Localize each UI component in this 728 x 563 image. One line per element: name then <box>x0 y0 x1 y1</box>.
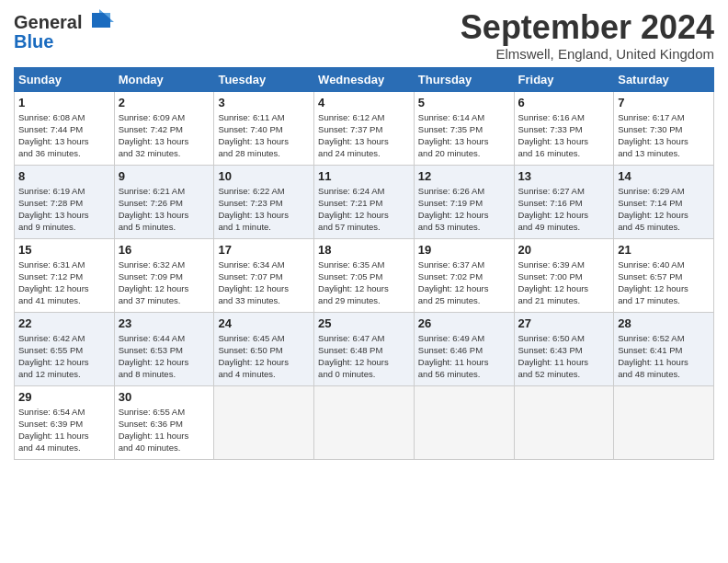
calendar-cell: 23Sunrise: 6:44 AM Sunset: 6:53 PM Dayli… <box>114 312 214 385</box>
day-info: Sunrise: 6:14 AM Sunset: 7:35 PM Dayligh… <box>418 111 510 160</box>
calendar-cell: 20Sunrise: 6:39 AM Sunset: 7:00 PM Dayli… <box>514 238 614 312</box>
day-number: 1 <box>18 96 110 109</box>
calendar-cell: 27Sunrise: 6:50 AM Sunset: 6:43 PM Dayli… <box>514 312 614 385</box>
day-info: Sunrise: 6:34 AM Sunset: 7:07 PM Dayligh… <box>218 259 310 307</box>
location: Elmswell, England, United Kingdom <box>461 46 714 62</box>
calendar-row-3: 15Sunrise: 6:31 AM Sunset: 7:12 PM Dayli… <box>15 238 714 312</box>
calendar-cell: 15Sunrise: 6:31 AM Sunset: 7:12 PM Dayli… <box>15 238 115 312</box>
calendar-cell: 16Sunrise: 6:32 AM Sunset: 7:09 PM Dayli… <box>114 238 214 312</box>
day-number: 16 <box>119 243 210 257</box>
calendar-cell: 5Sunrise: 6:14 AM Sunset: 7:35 PM Daylig… <box>414 91 514 165</box>
day-number: 17 <box>218 243 310 257</box>
calendar-cell: 28Sunrise: 6:52 AM Sunset: 6:41 PM Dayli… <box>614 312 714 385</box>
day-number: 26 <box>418 316 510 330</box>
calendar-cell: 10Sunrise: 6:22 AM Sunset: 7:23 PM Dayli… <box>214 165 314 238</box>
day-info: Sunrise: 6:09 AM Sunset: 7:42 PM Dayligh… <box>119 111 210 160</box>
calendar-cell <box>514 385 614 459</box>
day-info: Sunrise: 6:24 AM Sunset: 7:21 PM Dayligh… <box>318 185 410 234</box>
calendar-cell: 18Sunrise: 6:35 AM Sunset: 7:05 PM Dayli… <box>314 238 415 312</box>
day-number: 24 <box>218 316 310 330</box>
day-number: 27 <box>518 316 610 330</box>
col-wednesday: Wednesday <box>314 67 415 91</box>
calendar-cell: 7Sunrise: 6:17 AM Sunset: 7:30 PM Daylig… <box>614 91 714 165</box>
calendar-cell: 9Sunrise: 6:21 AM Sunset: 7:26 PM Daylig… <box>114 165 214 238</box>
day-info: Sunrise: 6:12 AM Sunset: 7:37 PM Dayligh… <box>318 111 410 160</box>
calendar-cell: 29Sunrise: 6:54 AM Sunset: 6:39 PM Dayli… <box>15 385 115 459</box>
calendar-cell: 13Sunrise: 6:27 AM Sunset: 7:16 PM Dayli… <box>514 165 614 238</box>
header: General Blue September 2024 Elmswell, En… <box>14 9 714 62</box>
day-number: 29 <box>18 390 110 404</box>
day-info: Sunrise: 6:29 AM Sunset: 7:14 PM Dayligh… <box>618 185 710 234</box>
calendar-cell <box>414 385 514 459</box>
col-sunday: Sunday <box>15 67 115 91</box>
calendar-cell: 2Sunrise: 6:09 AM Sunset: 7:42 PM Daylig… <box>114 91 214 165</box>
day-number: 20 <box>518 243 610 257</box>
day-number: 7 <box>618 96 710 109</box>
day-number: 13 <box>518 169 610 183</box>
day-number: 4 <box>318 96 410 109</box>
day-info: Sunrise: 6:22 AM Sunset: 7:23 PM Dayligh… <box>218 185 310 234</box>
logo-general: General <box>14 12 82 33</box>
day-info: Sunrise: 6:32 AM Sunset: 7:09 PM Dayligh… <box>119 259 210 307</box>
day-info: Sunrise: 6:11 AM Sunset: 7:40 PM Dayligh… <box>218 111 310 160</box>
col-monday: Monday <box>114 67 214 91</box>
day-info: Sunrise: 6:17 AM Sunset: 7:30 PM Dayligh… <box>618 111 710 160</box>
day-info: Sunrise: 6:55 AM Sunset: 6:36 PM Dayligh… <box>119 406 210 454</box>
day-number: 18 <box>318 243 410 257</box>
day-info: Sunrise: 6:27 AM Sunset: 7:16 PM Dayligh… <box>518 185 610 234</box>
day-number: 21 <box>618 243 710 257</box>
day-number: 8 <box>18 169 110 183</box>
day-info: Sunrise: 6:40 AM Sunset: 6:57 PM Dayligh… <box>618 259 710 307</box>
page: General Blue September 2024 Elmswell, En… <box>0 0 728 469</box>
day-number: 9 <box>119 169 210 183</box>
day-number: 15 <box>18 243 110 257</box>
calendar-cell: 25Sunrise: 6:47 AM Sunset: 6:48 PM Dayli… <box>314 312 415 385</box>
logo: General Blue <box>14 9 114 52</box>
calendar-cell: 22Sunrise: 6:42 AM Sunset: 6:55 PM Dayli… <box>15 312 115 385</box>
day-number: 3 <box>218 96 310 109</box>
logo-icon <box>85 9 114 35</box>
day-info: Sunrise: 6:52 AM Sunset: 6:41 PM Dayligh… <box>618 332 710 381</box>
calendar-cell: 6Sunrise: 6:16 AM Sunset: 7:33 PM Daylig… <box>514 91 614 165</box>
day-number: 30 <box>119 390 210 404</box>
day-info: Sunrise: 6:45 AM Sunset: 6:50 PM Dayligh… <box>218 332 310 381</box>
day-number: 6 <box>518 96 610 109</box>
day-number: 23 <box>119 316 210 330</box>
calendar-cell: 12Sunrise: 6:26 AM Sunset: 7:19 PM Dayli… <box>414 165 514 238</box>
day-info: Sunrise: 6:16 AM Sunset: 7:33 PM Dayligh… <box>518 111 610 160</box>
day-info: Sunrise: 6:49 AM Sunset: 6:46 PM Dayligh… <box>418 332 510 381</box>
calendar-row-5: 29Sunrise: 6:54 AM Sunset: 6:39 PM Dayli… <box>15 385 714 459</box>
calendar-cell: 1Sunrise: 6:08 AM Sunset: 7:44 PM Daylig… <box>15 91 115 165</box>
day-number: 22 <box>18 316 110 330</box>
calendar-row-2: 8Sunrise: 6:19 AM Sunset: 7:28 PM Daylig… <box>15 165 714 238</box>
day-info: Sunrise: 6:54 AM Sunset: 6:39 PM Dayligh… <box>18 406 110 454</box>
day-info: Sunrise: 6:26 AM Sunset: 7:19 PM Dayligh… <box>418 185 510 234</box>
day-number: 10 <box>218 169 310 183</box>
day-info: Sunrise: 6:44 AM Sunset: 6:53 PM Dayligh… <box>119 332 210 381</box>
calendar-cell: 4Sunrise: 6:12 AM Sunset: 7:37 PM Daylig… <box>314 91 415 165</box>
day-number: 12 <box>418 169 510 183</box>
day-number: 11 <box>318 169 410 183</box>
day-number: 5 <box>418 96 510 109</box>
day-number: 14 <box>618 169 710 183</box>
calendar-cell <box>314 385 415 459</box>
day-number: 25 <box>318 316 410 330</box>
month-title: September 2024 <box>461 9 714 46</box>
day-number: 2 <box>119 96 210 109</box>
day-info: Sunrise: 6:39 AM Sunset: 7:00 PM Dayligh… <box>518 259 610 307</box>
col-tuesday: Tuesday <box>214 67 314 91</box>
calendar-cell: 30Sunrise: 6:55 AM Sunset: 6:36 PM Dayli… <box>114 385 214 459</box>
day-info: Sunrise: 6:21 AM Sunset: 7:26 PM Dayligh… <box>119 185 210 234</box>
calendar-cell: 24Sunrise: 6:45 AM Sunset: 6:50 PM Dayli… <box>214 312 314 385</box>
col-friday: Friday <box>514 67 614 91</box>
col-saturday: Saturday <box>614 67 714 91</box>
calendar: Sunday Monday Tuesday Wednesday Thursday… <box>14 67 714 460</box>
calendar-cell: 26Sunrise: 6:49 AM Sunset: 6:46 PM Dayli… <box>414 312 514 385</box>
calendar-cell: 14Sunrise: 6:29 AM Sunset: 7:14 PM Dayli… <box>614 165 714 238</box>
day-number: 19 <box>418 243 510 257</box>
calendar-cell: 11Sunrise: 6:24 AM Sunset: 7:21 PM Dayli… <box>314 165 415 238</box>
calendar-cell: 19Sunrise: 6:37 AM Sunset: 7:02 PM Dayli… <box>414 238 514 312</box>
day-info: Sunrise: 6:31 AM Sunset: 7:12 PM Dayligh… <box>18 259 110 307</box>
title-block: September 2024 Elmswell, England, United… <box>461 9 714 62</box>
calendar-cell <box>214 385 314 459</box>
